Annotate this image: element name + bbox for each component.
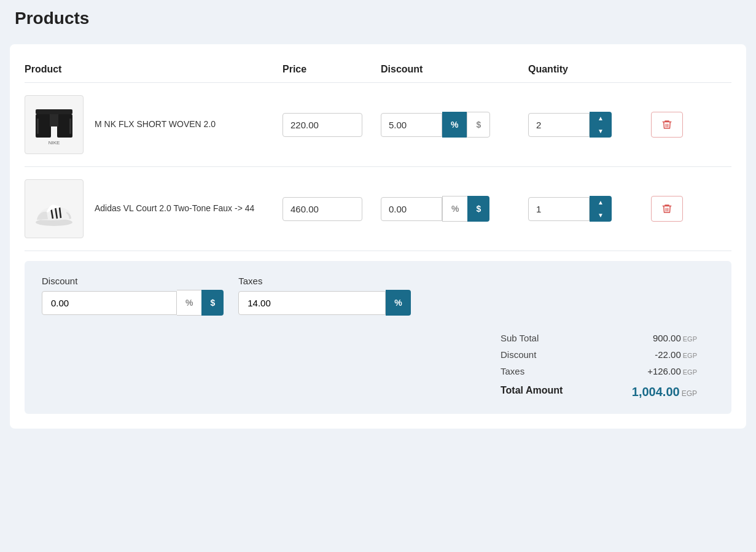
- taxes-row: Taxes +126.00EGP: [451, 366, 697, 376]
- svg-rect-5: [69, 119, 71, 134]
- price-input-1[interactable]: [283, 113, 362, 137]
- summary-discount-percent-btn[interactable]: %: [177, 290, 201, 316]
- trash-icon-2: [661, 203, 672, 214]
- table-header: Product Price Discount Quantity: [25, 64, 731, 83]
- page-header: Products: [0, 0, 756, 37]
- discount-dollar-btn-2[interactable]: $: [467, 196, 489, 222]
- summary-taxes-input-row: %: [238, 290, 410, 316]
- discount-percent-btn-2[interactable]: %: [442, 196, 467, 222]
- header-product: Product: [25, 64, 283, 75]
- svg-rect-4: [37, 119, 39, 134]
- delete-btn-1[interactable]: [651, 112, 683, 138]
- summary-discount-group: Discount % $: [42, 276, 224, 316]
- summary-fields: Discount % $ Taxes %: [42, 276, 714, 316]
- total-amount-label: Total Amount: [501, 385, 574, 399]
- summary-taxes-percent-btn[interactable]: %: [386, 290, 410, 316]
- header-quantity: Quantity: [528, 64, 651, 75]
- product-image-2: [25, 179, 84, 238]
- subtotal-row: Sub Total 900.00EGP: [451, 333, 697, 343]
- summary-taxes-input[interactable]: [238, 291, 386, 315]
- product-info-2: Adidas VL Court 2.0 Two-Tone Faux -> 44: [25, 179, 283, 238]
- discount-percent-btn-1[interactable]: %: [442, 112, 467, 138]
- subtotal-label: Sub Total: [501, 333, 574, 343]
- discount-group-2: % $: [381, 196, 528, 222]
- header-actions: [651, 64, 700, 75]
- discount-input-2[interactable]: [381, 197, 442, 221]
- summary-taxes-group: Taxes %: [238, 276, 410, 316]
- quantity-input-1[interactable]: [528, 113, 590, 137]
- quantity-input-2[interactable]: [528, 197, 590, 221]
- page-title: Products: [15, 9, 741, 28]
- discount-row: Discount -22.00EGP: [451, 349, 697, 360]
- sneaker-icon: [29, 184, 79, 233]
- svg-rect-0: [36, 109, 72, 114]
- delete-cell-2: [651, 196, 700, 222]
- summary-discount-dollar-btn[interactable]: $: [201, 290, 224, 316]
- subtotal-value: 900.00EGP: [623, 333, 697, 343]
- discount-dollar-btn-1[interactable]: $: [467, 112, 490, 138]
- discount-input-1[interactable]: [381, 113, 442, 137]
- table-row: Adidas VL Court 2.0 Two-Tone Faux -> 44 …: [25, 167, 731, 251]
- product-info-1: NIKE M NK FLX SHORT WOVEN 2.0: [25, 95, 283, 154]
- quantity-group-1: ▲ ▼: [528, 112, 651, 138]
- product-price-cell-2: [283, 197, 381, 221]
- qty-down-btn-1[interactable]: ▼: [590, 125, 612, 138]
- discount-label: Discount: [501, 349, 574, 360]
- delete-cell-1: [651, 112, 700, 138]
- summary-discount-input-row: % $: [42, 290, 224, 316]
- discount-value: -22.00EGP: [623, 349, 697, 360]
- totals-section: Sub Total 900.00EGP Discount -22.00EGP T…: [42, 333, 714, 399]
- qty-up-btn-2[interactable]: ▲: [590, 196, 612, 209]
- total-amount-value: 1,004.00EGP: [623, 385, 697, 399]
- summary-discount-input[interactable]: [42, 291, 177, 315]
- shorts-icon: NIKE: [29, 100, 79, 149]
- svg-text:NIKE: NIKE: [49, 140, 60, 146]
- product-name-2: Adidas VL Court 2.0 Two-Tone Faux -> 44: [95, 203, 254, 215]
- table-row: NIKE M NK FLX SHORT WOVEN 2.0 % $ ▲ ▼: [25, 83, 731, 167]
- product-name-1: M NK FLX SHORT WOVEN 2.0: [95, 119, 216, 131]
- qty-down-btn-2[interactable]: ▼: [590, 209, 612, 222]
- summary-discount-label: Discount: [42, 276, 224, 286]
- header-discount: Discount: [381, 64, 528, 75]
- trash-icon-1: [661, 119, 672, 130]
- products-card: Product Price Discount Quantity NIKE M N: [10, 44, 746, 429]
- taxes-value: +126.00EGP: [623, 366, 697, 376]
- delete-btn-2[interactable]: [651, 196, 683, 222]
- header-price: Price: [283, 64, 381, 75]
- qty-up-btn-1[interactable]: ▲: [590, 112, 612, 125]
- quantity-group-2: ▲ ▼: [528, 196, 651, 222]
- product-price-cell-1: [283, 113, 381, 137]
- qty-arrows-1: ▲ ▼: [590, 112, 612, 138]
- price-input-2[interactable]: [283, 197, 362, 221]
- qty-arrows-2: ▲ ▼: [590, 196, 612, 222]
- product-image-1: NIKE: [25, 95, 84, 154]
- summary-taxes-label: Taxes: [238, 276, 410, 286]
- taxes-label: Taxes: [501, 366, 574, 376]
- total-amount-row: Total Amount 1,004.00EGP: [451, 385, 697, 399]
- summary-section: Discount % $ Taxes % Sub Total: [25, 261, 731, 414]
- discount-group-1: % $: [381, 112, 528, 138]
- svg-rect-3: [50, 114, 58, 126]
